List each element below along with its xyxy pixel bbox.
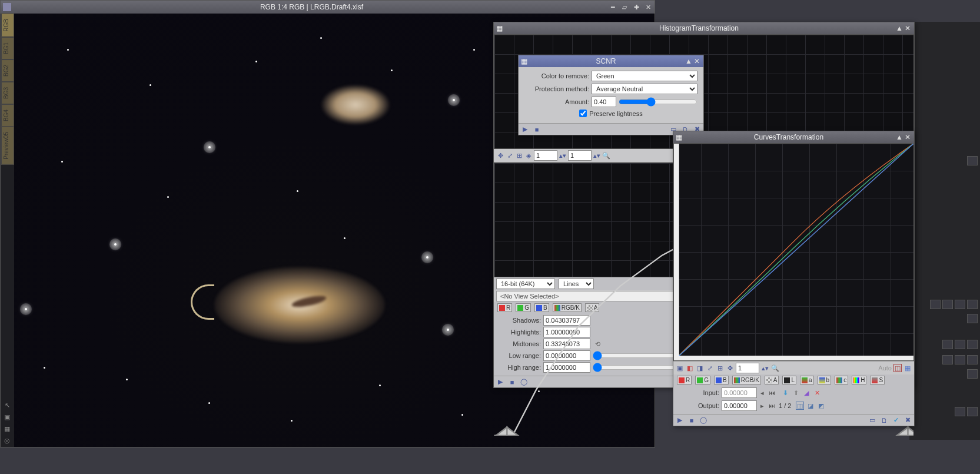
grid-icon[interactable]: ▦ bbox=[903, 364, 912, 372]
zoom-stepper-icon[interactable]: ▴▾ bbox=[761, 364, 769, 372]
tool-btn[interactable] bbox=[967, 407, 978, 416]
zoom11-icon[interactable]: ⊞ bbox=[515, 151, 523, 160]
auto-label: Auto bbox=[878, 364, 892, 372]
restore-icon[interactable]: ▱ bbox=[620, 3, 629, 11]
invert-icon[interactable]: ◢ bbox=[802, 389, 810, 397]
tool-btn[interactable] bbox=[942, 300, 953, 309]
channel-r[interactable]: R bbox=[677, 376, 692, 384]
last-point-icon[interactable]: ⏭ bbox=[768, 402, 776, 409]
hzoom-input[interactable] bbox=[534, 150, 557, 161]
vzoom-input[interactable] bbox=[568, 150, 592, 161]
scnr-titlebar[interactable]: ▦ SCNR ▲ ✕ bbox=[519, 55, 703, 67]
interp-linear-icon[interactable]: ◩ bbox=[817, 402, 825, 410]
curves-titlebar[interactable]: ▦ CurvesTransformation ▲ ✕ bbox=[673, 131, 914, 143]
pointer-icon[interactable]: ↖ bbox=[3, 401, 11, 409]
tool-btn[interactable] bbox=[967, 340, 978, 349]
restore-icon[interactable]: ⬆ bbox=[792, 389, 800, 397]
curves-zoom-input[interactable] bbox=[736, 363, 759, 373]
image-window-titlebar[interactable]: RGB 1:4 RGB | LRGB.Draft4.xisf ━ ▱ ✚ ✕ bbox=[1, 1, 655, 14]
channel-b[interactable]: B bbox=[714, 376, 729, 384]
apply-icon[interactable]: ■ bbox=[533, 125, 541, 134]
prev-point-icon[interactable]: ◂ bbox=[759, 389, 765, 397]
picker-icon[interactable]: ▣ bbox=[676, 364, 684, 372]
zoom11-icon[interactable]: ⊞ bbox=[716, 364, 724, 372]
tool-btn[interactable] bbox=[955, 340, 965, 349]
fit-icon[interactable]: ⤢ bbox=[706, 364, 714, 372]
interp-akima-icon[interactable]: ◫ bbox=[796, 402, 804, 410]
pan-icon[interactable]: ✥ bbox=[726, 364, 734, 372]
target-icon[interactable]: ◎ bbox=[3, 436, 11, 445]
tool-btn[interactable] bbox=[942, 340, 953, 349]
hzoom-stepper-icon[interactable]: ▴▾ bbox=[559, 151, 567, 160]
histogram-titlebar[interactable]: ▦ HistogramTransformation ▲ ✕ bbox=[494, 22, 914, 34]
grid-icon[interactable]: ▦ bbox=[3, 425, 11, 433]
tab-bg1[interactable]: BG1 bbox=[1, 37, 14, 59]
tool-btn[interactable] bbox=[955, 355, 965, 364]
method-select[interactable]: Average Neutral bbox=[592, 84, 697, 94]
channel-h[interactable]: H bbox=[852, 376, 866, 384]
preserve-checkbox[interactable] bbox=[579, 110, 587, 117]
amount-input[interactable] bbox=[592, 97, 616, 107]
interp-cubic-icon[interactable]: ◪ bbox=[806, 402, 815, 410]
curves-graph[interactable] bbox=[673, 143, 914, 361]
auto-stretch-icon[interactable]: ◫ bbox=[893, 364, 902, 372]
channel-c[interactable]: c bbox=[835, 376, 848, 384]
tool-btn[interactable] bbox=[942, 355, 953, 364]
channel-s[interactable]: S bbox=[870, 376, 885, 384]
channel-g[interactable]: G bbox=[695, 376, 710, 384]
next-point-icon[interactable]: ▸ bbox=[759, 402, 765, 410]
shade-icon[interactable]: ▲ bbox=[685, 57, 693, 65]
eyedrop-icon[interactable]: ◧ bbox=[686, 364, 694, 372]
eyedrop2-icon[interactable]: ◨ bbox=[696, 364, 704, 372]
maximize-icon[interactable]: ✚ bbox=[632, 3, 640, 11]
shade-icon[interactable]: ▲ bbox=[895, 24, 903, 32]
browse-icon[interactable]: 🗋 bbox=[880, 416, 888, 425]
tab-bg4[interactable]: BG4 bbox=[1, 104, 14, 127]
tab-preview05[interactable]: Preview05 bbox=[1, 127, 14, 165]
apply-icon[interactable]: ■ bbox=[687, 416, 696, 425]
close-icon[interactable]: ✕ bbox=[693, 57, 701, 65]
pan-icon[interactable]: ✥ bbox=[496, 151, 504, 160]
realtime-icon[interactable]: ◯ bbox=[699, 416, 707, 425]
channel-al[interactable]: a bbox=[800, 376, 814, 384]
channel-bl[interactable]: b bbox=[818, 376, 832, 384]
fit-icon[interactable]: ⤢ bbox=[506, 151, 514, 160]
tool-btn[interactable] bbox=[967, 369, 978, 379]
channel-l[interactable]: L bbox=[782, 376, 796, 384]
color-select[interactable]: Green bbox=[592, 71, 697, 81]
magnifier-icon[interactable]: 🔍 bbox=[771, 364, 779, 372]
amount-slider[interactable] bbox=[619, 98, 697, 106]
check-icon[interactable]: ✔ bbox=[892, 416, 900, 425]
tool-btn[interactable] bbox=[955, 407, 965, 416]
tidal-arm bbox=[191, 284, 214, 320]
docs-icon[interactable]: ▭ bbox=[868, 416, 876, 425]
output-value[interactable] bbox=[722, 400, 757, 411]
tool-btn[interactable] bbox=[930, 300, 941, 309]
galaxy-small bbox=[320, 84, 391, 125]
new-instance-icon[interactable]: ▶ bbox=[676, 416, 684, 425]
minimize-icon[interactable]: ━ bbox=[609, 3, 617, 11]
vzoom-stepper-icon[interactable]: ▴▾ bbox=[593, 151, 601, 160]
tab-rgb[interactable]: RGB bbox=[1, 14, 14, 37]
tool-btn[interactable] bbox=[967, 314, 978, 323]
channel-rgbk[interactable]: RGB/K bbox=[732, 376, 761, 384]
delete-point-icon[interactable]: ✕ bbox=[813, 389, 821, 397]
tool-btn[interactable] bbox=[967, 156, 978, 165]
tool-btn[interactable] bbox=[955, 300, 965, 309]
close-icon[interactable]: ✕ bbox=[903, 133, 912, 141]
tab-bg3[interactable]: BG3 bbox=[1, 82, 14, 104]
tab-bg2[interactable]: BG2 bbox=[1, 59, 14, 82]
shade-icon[interactable]: ▲ bbox=[895, 133, 903, 141]
new-instance-icon[interactable]: ▶ bbox=[521, 125, 529, 134]
store-icon[interactable]: ⬇ bbox=[781, 389, 789, 397]
tool-btn[interactable] bbox=[967, 300, 978, 309]
zoom-tool-icon[interactable]: ◈ bbox=[524, 151, 533, 160]
reset-icon[interactable]: ✖ bbox=[903, 416, 912, 425]
crop-icon[interactable]: ▣ bbox=[3, 413, 11, 421]
channel-a[interactable]: A bbox=[765, 376, 779, 384]
magnifier-icon[interactable]: 🔍 bbox=[602, 151, 610, 160]
close-icon[interactable]: ✕ bbox=[903, 24, 912, 32]
close-icon[interactable]: ✕ bbox=[644, 3, 652, 11]
first-point-icon[interactable]: ⏮ bbox=[768, 389, 776, 396]
tool-btn[interactable] bbox=[967, 355, 978, 364]
